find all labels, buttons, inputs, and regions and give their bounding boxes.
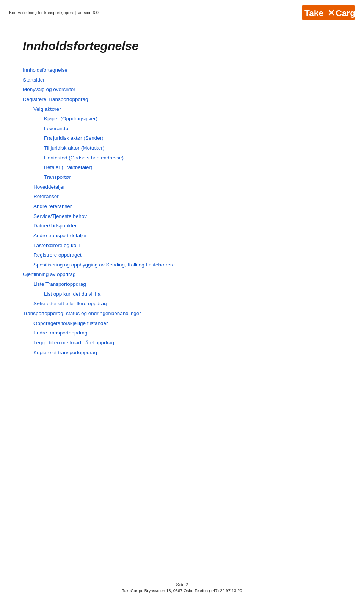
main-content: Innholdsfortegnelse InnholdsfortegnelseS…: [0, 24, 364, 388]
toc-item[interactable]: Fra juridisk aktør (Sender): [23, 133, 341, 143]
toc-item[interactable]: Transportør: [23, 172, 341, 182]
toc-item[interactable]: Hentested (Godsets henteadresse): [23, 153, 341, 163]
toc-item[interactable]: Andre transport detaljer: [23, 231, 341, 241]
toc-item[interactable]: Søke etter ett eller flere oppdrag: [23, 299, 341, 309]
toc-item[interactable]: Hoveddetaljer: [23, 182, 341, 192]
page-number: Side 2: [9, 582, 355, 587]
logo: Take ✕ Cargo: [302, 5, 355, 20]
svg-text:Take: Take: [304, 8, 323, 18]
svg-text:✕: ✕: [328, 8, 335, 18]
toc-item[interactable]: Datoer/Tidspunkter: [23, 221, 341, 231]
toc-item[interactable]: Gjenfinning av oppdrag: [23, 270, 341, 279]
toc-item[interactable]: Kjøper (Oppdragsgiver): [23, 114, 341, 124]
toc-item[interactable]: Andre referanser: [23, 202, 341, 211]
toc-item[interactable]: Startsiden: [23, 75, 341, 85]
toc-item[interactable]: Menyvalg og oversikter: [23, 85, 341, 95]
toc-item[interactable]: Transportoppdrag: status og endringer/be…: [23, 309, 341, 318]
table-of-contents: InnholdsfortegnelseStartsidenMenyvalg og…: [23, 65, 341, 357]
toc-item[interactable]: List opp kun det du vil ha: [23, 289, 341, 299]
toc-item[interactable]: Leverandør: [23, 124, 341, 134]
toc-item[interactable]: Lastebærere og kolli: [23, 241, 341, 251]
document-subtitle: Kort veiledning for transportkjøpere | V…: [9, 10, 99, 15]
toc-item[interactable]: Spesifisering og oppbygging av Sending, …: [23, 260, 341, 270]
toc-item[interactable]: Til juridisk aktør (Mottaker): [23, 143, 341, 153]
toc-item[interactable]: Service/Tjeneste behov: [23, 211, 341, 221]
page-header: Kort veiledning for transportkjøpere | V…: [0, 0, 364, 24]
toc-item[interactable]: Betaler (Fraktbetaler): [23, 162, 341, 172]
toc-item[interactable]: Endre transportoppdrag: [23, 328, 341, 338]
toc-item[interactable]: Liste Transportoppdrag: [23, 279, 341, 289]
toc-item[interactable]: Registrere Transportoppdrag: [23, 95, 341, 104]
toc-item[interactable]: Registrere oppdraget: [23, 250, 341, 260]
page-footer: Side 2 TakeCargo, Brynsveien 13, 0667 Os…: [0, 576, 364, 599]
company-info: TakeCargo, Brynsveien 13, 0667 Oslo, Tel…: [9, 588, 355, 593]
toc-item[interactable]: Velg aktører: [23, 104, 341, 114]
toc-item[interactable]: Innholdsfortegnelse: [23, 65, 341, 75]
page-title: Innholdsfortegnelse: [23, 39, 341, 53]
toc-item[interactable]: Legge til en merknad på et oppdrag: [23, 338, 341, 348]
toc-item[interactable]: Kopiere et transportoppdrag: [23, 348, 341, 358]
toc-item[interactable]: Referanser: [23, 192, 341, 202]
toc-item[interactable]: Oppdragets forskjellige tilstander: [23, 318, 341, 328]
logo-image: Take ✕ Cargo: [302, 5, 355, 20]
svg-text:Cargo: Cargo: [336, 8, 355, 18]
